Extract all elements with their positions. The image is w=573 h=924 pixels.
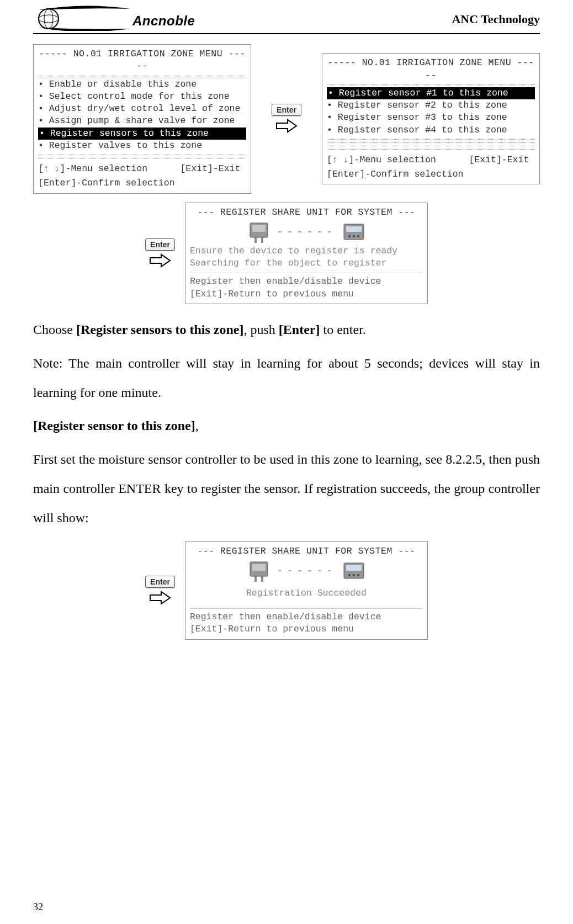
lcd-title: ----- NO.01 IRRIGATION ZONE MENU ----- [38, 48, 246, 73]
lcd-footer: [↑ ↓]-Menu selection [Exit]-Exit [38, 161, 246, 175]
lcd-footer: [Enter]-Confirm selection [327, 166, 535, 180]
svg-point-19 [353, 574, 355, 576]
body-text: Choose [Register sensors to this zone], … [33, 315, 540, 533]
svg-rect-17 [346, 565, 362, 571]
menu-item: • Adjust dry/wet cotrol level of zone [38, 103, 240, 114]
enter-then-arrow: Enter [272, 104, 301, 134]
svg-rect-4 [252, 225, 266, 232]
lcd-footer: [Exit]-Return to previous menu [190, 288, 423, 300]
lcd-title: ----- NO.01 IRRIGATION ZONE MENU ----- [327, 57, 535, 82]
bold-text: [Register sensors to this zone] [76, 322, 244, 337]
paragraph: Note: The main controller will stay in l… [33, 349, 540, 407]
svg-point-18 [348, 574, 351, 576]
svg-rect-15 [261, 576, 263, 582]
svg-rect-5 [254, 237, 257, 243]
menu-item: • Select control mode for this zone [38, 91, 230, 102]
lcd-screen-left: ----- NO.01 IRRIGATION ZONE MENU ----- •… [33, 44, 251, 194]
controller-device-icon [342, 560, 366, 583]
screens-row-3: Enter --- REGISTER SHARE UNIT FOR SYSTEM… [33, 541, 540, 640]
lcd-status-line: Ensure the device to register is ready [190, 245, 423, 257]
svg-point-10 [353, 235, 355, 237]
arrow-right-icon [149, 590, 171, 606]
paragraph: First set the moisture sensor controller… [33, 445, 540, 532]
enter-key-icon: Enter [145, 576, 175, 588]
lcd-footer: [Exit]-Return to previous menu [190, 623, 423, 635]
brand-text: Ancnoble [132, 13, 195, 29]
svg-point-0 [39, 9, 59, 29]
svg-point-1 [44, 9, 53, 29]
menu-item-selected: • Register sensor #1 to this zone [327, 87, 535, 99]
paragraph: [Register sensor to this zone], [33, 411, 540, 440]
sensor-device-icon [247, 221, 271, 244]
header-title: ANC Technology [452, 12, 540, 26]
brand-logo: Ancnoble [33, 6, 195, 33]
svg-point-9 [348, 235, 351, 237]
screens-row-1: ----- NO.01 IRRIGATION ZONE MENU ----- •… [33, 44, 540, 194]
manual-page: Ancnoble ANC Technology ----- NO.01 IRRI… [0, 0, 573, 924]
bold-text: [Register sensor to this zone] [33, 418, 195, 433]
lcd-footer: Register then enable/disable device [190, 275, 423, 288]
progress-dashes: ------ [277, 225, 336, 240]
lcd-screen-success: --- REGISTER SHARE UNIT FOR SYSTEM --- -… [185, 541, 428, 640]
lcd-status-line: Searching for the object to register [190, 257, 423, 269]
progress-dashes: ------ [277, 564, 336, 578]
lcd-footer: [Enter]-Confirm selection [38, 175, 246, 189]
svg-rect-8 [346, 226, 362, 232]
lcd-footer: Register then enable/disable device [190, 611, 423, 623]
lcd-title: --- REGISTER SHARE UNIT FOR SYSTEM --- [190, 206, 423, 219]
page-number: 32 [33, 901, 43, 913]
menu-item: • Register sensor #4 to this zone [327, 125, 507, 135]
arrow-right-icon [275, 118, 298, 134]
menu-item: • Enable or disable this zone [38, 79, 197, 89]
lcd-screen-register: --- REGISTER SHARE UNIT FOR SYSTEM --- -… [185, 203, 428, 304]
svg-rect-14 [254, 576, 257, 582]
sensor-device-icon [247, 560, 271, 583]
paragraph: Choose [Register sensors to this zone], … [33, 315, 540, 344]
controller-device-icon [342, 221, 366, 244]
enter-key-icon: Enter [272, 104, 301, 116]
logo-swoosh-icon [33, 6, 132, 31]
lcd-status-line: Registration Succeeded [190, 584, 423, 605]
page-header: Ancnoble ANC Technology [33, 6, 540, 34]
svg-point-11 [357, 235, 359, 237]
menu-item: • Register valves to this zone [38, 140, 202, 151]
menu-item: • Assign pump & share valve for zone [38, 115, 235, 126]
svg-rect-6 [261, 237, 263, 243]
lcd-screen-right: ----- NO.01 IRRIGATION ZONE MENU ----- •… [322, 53, 540, 184]
lcd-title: --- REGISTER SHARE UNIT FOR SYSTEM --- [190, 545, 423, 557]
enter-then-arrow: Enter [145, 576, 175, 606]
svg-point-2 [39, 15, 59, 23]
menu-item: • Register sensor #2 to this zone [327, 100, 507, 110]
screens-row-2: Enter --- REGISTER SHARE UNIT FOR SYSTEM… [33, 203, 540, 304]
arrow-right-icon [149, 253, 171, 268]
menu-item-selected: • Register sensors to this zone [38, 128, 246, 140]
enter-key-icon: Enter [145, 238, 175, 251]
enter-then-arrow: Enter [145, 238, 175, 268]
svg-rect-13 [252, 564, 266, 571]
menu-item: • Register sensor #3 to this zone [327, 112, 507, 123]
lcd-footer: [↑ ↓]-Menu selection [Exit]-Exit [327, 152, 535, 166]
bold-text: [Enter] [279, 322, 320, 337]
svg-point-20 [357, 574, 359, 576]
